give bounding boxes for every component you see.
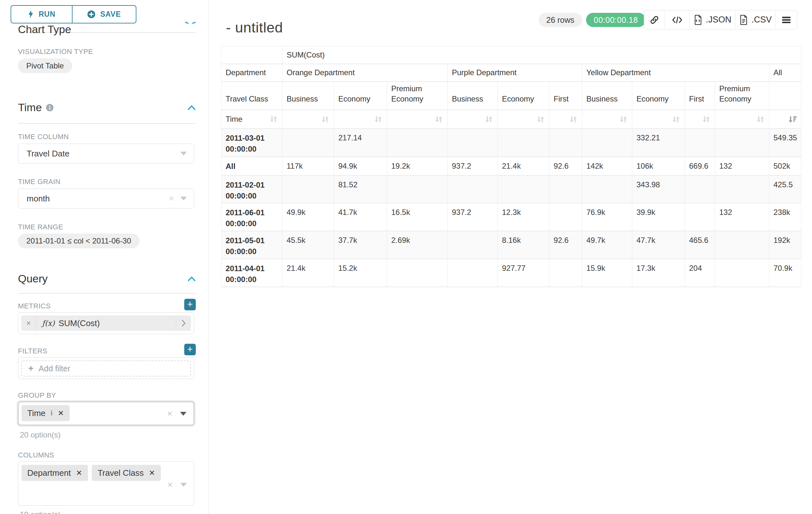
sort-descending-icon[interactable] [788, 115, 797, 124]
class-header-cell: Economy [334, 82, 387, 110]
view-query-button[interactable] [665, 10, 689, 29]
pivot-cell [685, 175, 715, 203]
sort-cell [498, 110, 549, 129]
sort-toggle-icon[interactable] [672, 115, 680, 124]
sort-toggle-icon[interactable] [269, 115, 278, 124]
chevron-down-icon[interactable] [180, 412, 186, 416]
department-header-cell: Orange Department [283, 64, 448, 82]
sort-toggle-icon[interactable] [321, 115, 329, 124]
group-by-select[interactable]: Timei✕ × [18, 402, 194, 425]
remove-chip-icon[interactable]: ✕ [58, 409, 64, 417]
export-csv-button[interactable]: .CSV [735, 10, 775, 29]
sort-cell [632, 110, 685, 129]
chip-label: Time [27, 408, 46, 418]
pivot-cell: 132 [715, 203, 769, 231]
metric-item[interactable]: × ƒ(x) SUM(Cost) [21, 316, 191, 331]
pivot-cell: 332.21 [632, 129, 685, 157]
run-button[interactable]: RUN [10, 5, 72, 23]
pivot-cell: 17.3k [632, 259, 685, 287]
row-label-cell: 2011-04-01 00:00:00 [222, 259, 283, 287]
remove-chip-icon[interactable]: ✕ [149, 469, 155, 477]
class-header-cell: Premium Economy [387, 82, 448, 110]
clear-icon[interactable]: × [167, 409, 172, 418]
pivot-cell: 217.14 [334, 129, 387, 157]
export-json-button[interactable]: .JSON [689, 10, 735, 29]
sort-cell [685, 110, 715, 129]
plus-icon: + [28, 363, 33, 374]
visualization-type-value[interactable]: Pivot Table [18, 58, 72, 73]
expand-metric-button[interactable] [176, 316, 191, 331]
link-icon [649, 15, 659, 25]
selected-chip[interactable]: Travel Class✕ [92, 465, 161, 481]
remove-metric-icon[interactable]: × [21, 316, 36, 331]
row-label-cell: 2011-03-01 00:00:00 [222, 129, 283, 157]
sort-cell [769, 110, 802, 129]
collapse-chevron-icon[interactable] [187, 105, 196, 110]
sort-toggle-icon[interactable] [485, 115, 493, 124]
json-file-icon [694, 15, 702, 25]
sort-toggle-icon[interactable] [536, 115, 545, 124]
chevron-down-icon [180, 197, 187, 200]
collapse-chevron-icon[interactable] [187, 276, 196, 282]
chevron-down-icon[interactable] [180, 483, 187, 487]
table-row: Travel ClassBusinessEconomyPremium Econo… [222, 82, 802, 110]
visualization-type-label: VISUALIZATION TYPE [18, 48, 93, 56]
info-icon[interactable] [46, 104, 54, 112]
dimension-label-cell: Travel Class [222, 82, 283, 110]
pivot-cell [498, 175, 549, 203]
pivot-cell [387, 175, 448, 203]
pivot-cell: 39.9k [632, 203, 685, 231]
pivot-cell [715, 259, 769, 287]
pivot-cell: 21.4k [498, 157, 549, 175]
pivot-cell: 8.16k [498, 231, 549, 259]
remove-chip-icon[interactable]: ✕ [76, 469, 82, 477]
pivot-cell: 132 [715, 157, 769, 175]
selected-chip[interactable]: Department✕ [22, 465, 88, 481]
sort-cell [448, 110, 498, 129]
add-filter-button[interactable]: + [184, 344, 196, 355]
time-range-value[interactable]: 2011-01-01 ≤ col < 2011-06-30 [18, 234, 140, 248]
time-column-select[interactable]: Travel Date [18, 143, 194, 164]
pivot-cell: 76.9k [582, 203, 632, 231]
pivot-cell: 142k [582, 157, 632, 175]
add-metric-button[interactable]: + [184, 299, 196, 310]
sort-toggle-icon[interactable] [569, 115, 578, 124]
pivot-cell [448, 129, 498, 157]
share-link-button[interactable] [644, 10, 665, 29]
sort-toggle-icon[interactable] [619, 115, 628, 124]
row-label-cell: 2011-05-01 00:00:00 [222, 231, 283, 259]
save-button[interactable]: SAVE [72, 5, 137, 23]
class-header-cell: First [685, 82, 715, 110]
time-grain-select[interactable]: month × [18, 189, 194, 209]
class-header-cell: Business [582, 82, 632, 110]
clear-icon[interactable]: × [168, 480, 173, 489]
group-by-options-hint: 20 option(s) [20, 431, 61, 439]
section-divider [18, 123, 196, 124]
menu-button[interactable] [775, 10, 797, 29]
sort-toggle-icon[interactable] [435, 115, 443, 124]
pivot-cell [498, 129, 549, 157]
columns-options-hint: 19 option(s) [20, 510, 61, 514]
table-row: 2011-04-01 00:00:0021.4k15.2k927.7715.9k… [222, 259, 802, 287]
pivot-cell [582, 175, 632, 203]
time-section-title: Time [18, 101, 42, 114]
info-icon[interactable]: i [51, 409, 53, 417]
sort-toggle-icon[interactable] [702, 115, 710, 124]
sort-cell [283, 110, 334, 129]
sort-toggle-icon[interactable] [374, 115, 383, 124]
columns-select[interactable]: Department✕Travel Class✕ × [18, 461, 194, 506]
metrics-box: × ƒ(x) SUM(Cost) [18, 312, 194, 334]
pivot-cell: 37.7k [334, 231, 387, 259]
time-range-label: TIME RANGE [18, 223, 63, 231]
chart-title[interactable]: - untitled [226, 19, 283, 36]
selected-chip[interactable]: Timei✕ [22, 405, 70, 421]
add-filter-dropzone[interactable]: + Add filter [21, 360, 191, 377]
pivot-cell: 669.6 [685, 157, 715, 175]
sort-cell [582, 110, 632, 129]
sort-cell [549, 110, 582, 129]
sort-toggle-icon[interactable] [756, 115, 765, 124]
pivot-cell [387, 129, 448, 157]
chip-label: Department [27, 468, 71, 478]
query-section-header: Query [18, 272, 196, 285]
clear-icon[interactable]: × [169, 194, 174, 203]
